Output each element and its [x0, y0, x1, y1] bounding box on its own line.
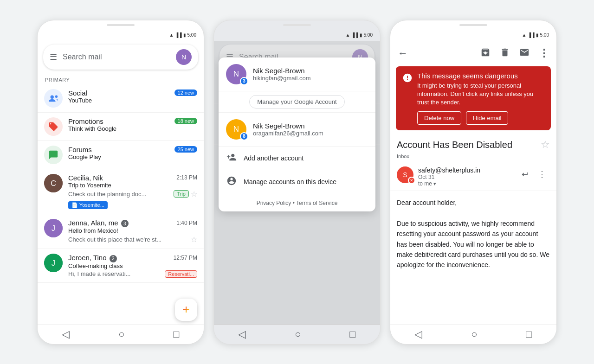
- home-nav-2[interactable]: ○: [295, 328, 301, 340]
- phone2-content: ☰ Search mail N Jenna, Alan, me 31:40 PM…: [214, 41, 380, 324]
- jenna-count: 3: [121, 220, 129, 227]
- add-account-icon: [226, 152, 237, 165]
- promo-item-content: Promotions 18 new Think with Google: [68, 117, 197, 132]
- status-icons-3: ▲ ▐▐ ▮ 5:00: [522, 32, 549, 38]
- cecilia-avatar: [44, 174, 63, 192]
- user-avatar-1[interactable]: N: [176, 49, 192, 65]
- inbox-item-forums[interactable]: Forums 25 new Google Play: [38, 141, 204, 169]
- cecilia-preview: Check out the planning doc...: [68, 191, 172, 198]
- jeroen-content: Jeroen, Tino 2 12:57 PM Coffee-making cl…: [68, 254, 197, 278]
- phone1-content: ☰ Search mail N PRIMARY Social 12 new Yo…: [38, 41, 204, 324]
- forum-item-content: Forums 25 new Google Play: [68, 146, 197, 160]
- hamburger-icon[interactable]: ☰: [50, 52, 57, 62]
- email-star[interactable]: ☆: [541, 139, 550, 151]
- search-bar-1[interactable]: ☰ Search mail N: [43, 45, 198, 70]
- social-item-content: Social 12 new YouTube: [68, 89, 197, 104]
- back-button[interactable]: ←: [394, 45, 412, 62]
- inbox-list-1: Social 12 new YouTube Promotions 18 new …: [38, 84, 204, 324]
- battery-icon-3: ▮: [536, 32, 539, 38]
- signal-icon-2: ▐▐: [351, 32, 358, 38]
- signal-icon: ▐▐: [175, 32, 181, 38]
- status-icons-2: ▲ ▐▐ ▮ 5:00: [345, 32, 373, 38]
- account-name-1: Nik Segel-Brown: [253, 67, 368, 75]
- back-nav-2[interactable]: ◁: [238, 328, 246, 340]
- back-nav[interactable]: ◁: [62, 328, 70, 340]
- recents-nav-3[interactable]: □: [526, 328, 532, 340]
- avatar-initial: N: [181, 53, 186, 61]
- cecilia-avatar-img: [44, 174, 63, 192]
- inbox-item-jenna[interactable]: Jenna, Alan, me 3 1:40 PM Hello from Mex…: [38, 214, 204, 249]
- phone-3: ▲ ▐▐ ▮ 5:00 ← ⋮ This: [390, 20, 557, 345]
- account-row-1[interactable]: N 3 Nik Segel-Brown hikingfan@gmail.com: [219, 57, 375, 91]
- more-button[interactable]: ⋮: [535, 45, 553, 62]
- jenna-star[interactable]: ☆: [191, 235, 197, 244]
- manage-google-account-btn[interactable]: Manage your Google Account: [249, 95, 344, 109]
- inbox-item-social[interactable]: Social 12 new YouTube: [38, 84, 204, 113]
- promo-header: Promotions 18 new: [68, 117, 197, 125]
- add-account-row[interactable]: Add another account: [219, 147, 375, 170]
- home-nav-3[interactable]: ○: [471, 328, 477, 340]
- to-label: to me: [418, 180, 432, 187]
- danger-content: This message seems dangerous It might be…: [417, 72, 544, 125]
- inbox-item-promotions[interactable]: Promotions 18 new Think with Google: [38, 113, 204, 141]
- jeroen-time: 12:57 PM: [174, 255, 197, 261]
- forum-header: Forums 25 new: [68, 146, 197, 153]
- promo-subject: Think with Google: [68, 125, 197, 132]
- manage-accounts-row[interactable]: Manage accounts on this device: [219, 170, 375, 194]
- mail-button[interactable]: [516, 45, 533, 63]
- recents-nav-2[interactable]: □: [349, 328, 355, 340]
- jeroen-subject: Coffee-making class: [68, 262, 197, 269]
- hide-email-button[interactable]: Hide email: [466, 111, 508, 125]
- email-subject-row: Account Has Been Disabled ☆: [390, 134, 556, 153]
- danger-banner: This message seems dangerous It might be…: [396, 66, 551, 131]
- compose-fab[interactable]: +: [175, 299, 197, 321]
- safety-badge-icon: ✕: [408, 177, 415, 184]
- svg-point-0: [51, 95, 54, 98]
- to-chevron[interactable]: ▾: [433, 181, 436, 186]
- sender-date: Oct 31: [418, 174, 513, 180]
- email-body-text: Due to suspcious activity, we highly rec…: [397, 218, 550, 270]
- back-nav-3[interactable]: ◁: [414, 328, 422, 340]
- signal-icon-3: ▐▐: [528, 32, 534, 38]
- promo-sender: Promotions: [68, 117, 103, 125]
- account-row-2[interactable]: N 8 Nik Segel-Brown oragamifan26@gmail.c…: [219, 112, 375, 147]
- home-nav[interactable]: ○: [118, 328, 124, 340]
- reply-button[interactable]: ↩: [518, 166, 532, 182]
- trip-tag: Trip: [174, 190, 189, 198]
- status-bar-2: ▲ ▐▐ ▮ 5:00: [214, 28, 380, 41]
- jeroen-avatar: [44, 254, 63, 272]
- phone-notch-2: [283, 24, 311, 26]
- time-display-3: 5:00: [540, 32, 549, 38]
- battery-icon: ▮: [183, 32, 186, 38]
- delete-button[interactable]: [496, 45, 514, 63]
- danger-desc: It might be trying to steal your persona…: [417, 82, 544, 107]
- phone3-content: ← ⋮ This message seems dangerous It migh…: [390, 41, 556, 324]
- recents-nav[interactable]: □: [173, 328, 179, 340]
- account-email-1: hikingfan@gmail.com: [253, 75, 368, 82]
- cecilia-star[interactable]: ☆: [191, 190, 197, 198]
- danger-actions: Delete now Hide email: [417, 111, 544, 125]
- archive-button[interactable]: [477, 45, 494, 63]
- reserv-tag: Reservati...: [165, 270, 197, 278]
- social-badge: 12 new: [174, 89, 197, 96]
- account-avatar-2: N 8: [226, 119, 246, 140]
- social-subject: YouTube: [68, 97, 197, 104]
- forum-sender: Forums: [68, 146, 92, 153]
- delete-now-button[interactable]: Delete now: [417, 111, 461, 125]
- jeroen-preview: Hi, I made a reservati...: [68, 270, 163, 277]
- email-actions: ↩ ⋮: [518, 166, 550, 182]
- email-more-button[interactable]: ⋮: [534, 166, 550, 182]
- inbox-item-jeroen[interactable]: Jeroen, Tino 2 12:57 PM Coffee-making cl…: [38, 249, 204, 283]
- forum-subject: Google Play: [68, 153, 197, 160]
- email-sender-row: S ✕ safety@shelterplus.in Oct 31 to me ▾…: [390, 163, 556, 191]
- danger-warning-icon: [402, 73, 413, 125]
- inbox-item-cecilia[interactable]: Cecilia, Nik 2:13 PM Trip to Yosemite Ch…: [38, 169, 204, 214]
- search-input-1[interactable]: Search mail: [63, 53, 170, 61]
- jenna-time: 1:40 PM: [176, 220, 197, 226]
- add-account-label: Add another account: [244, 154, 303, 162]
- time-display-2: 5:00: [364, 32, 373, 38]
- phone-notch-3: [459, 24, 487, 26]
- bottom-nav-3: ◁ ○ □: [390, 324, 556, 344]
- jeroen-header: Jeroen, Tino 2 12:57 PM: [68, 254, 197, 262]
- email-toolbar: ← ⋮: [390, 41, 556, 66]
